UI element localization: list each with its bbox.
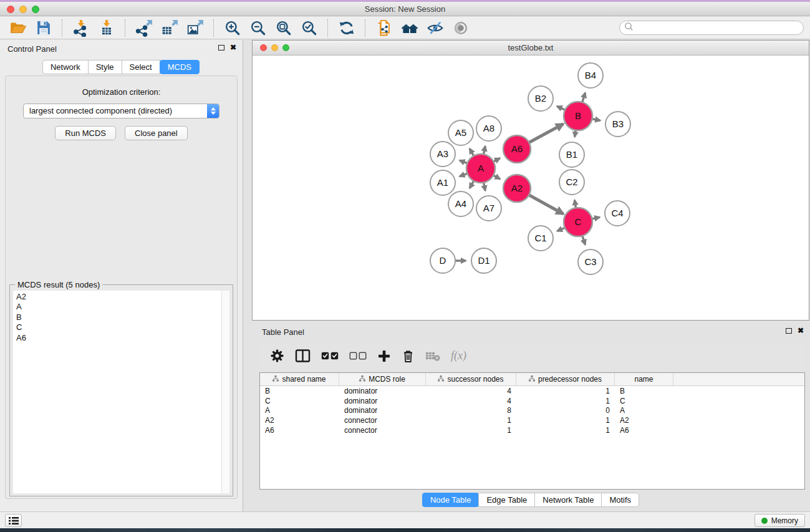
table-row[interactable]: A2connector11A2 xyxy=(260,415,804,425)
table-cell: C xyxy=(260,397,339,405)
create-column-plus-icon[interactable] xyxy=(377,349,391,363)
table-row[interactable]: Adominator80A xyxy=(260,406,804,416)
tab-mcds[interactable]: MCDS xyxy=(160,60,200,74)
node-label-B: B xyxy=(575,110,581,121)
window-titlebar: Session: New Session xyxy=(0,2,810,16)
export-network-icon[interactable] xyxy=(132,18,155,38)
import-table-icon[interactable] xyxy=(95,18,118,38)
toolbar-separator xyxy=(365,19,365,37)
mcds-result-item[interactable]: B xyxy=(13,312,229,322)
column-header-successor-nodes[interactable]: successor nodes xyxy=(426,373,516,385)
zoom-in-icon[interactable] xyxy=(221,18,244,38)
homes-icon[interactable] xyxy=(398,18,421,38)
node-label-C2: C2 xyxy=(566,177,577,187)
node-label-C3: C3 xyxy=(584,256,596,267)
table-settings-gear-icon[interactable] xyxy=(270,349,284,363)
mcds-result-item[interactable]: A2 xyxy=(13,292,229,302)
duplicate-network-icon[interactable] xyxy=(372,18,395,38)
float-panel-icon[interactable] xyxy=(218,45,224,51)
float-table-panel-icon[interactable] xyxy=(786,328,792,334)
table-cell: dominator xyxy=(339,387,426,395)
node-label-C1: C1 xyxy=(534,233,546,243)
column-header-name[interactable]: name xyxy=(615,373,673,385)
memory-button[interactable]: Memory xyxy=(755,514,805,527)
optimization-criterion-label: Optimization criterion: xyxy=(6,87,237,97)
deselect-all-icon[interactable] xyxy=(349,352,367,360)
node-label-B2: B2 xyxy=(535,93,546,104)
table-row[interactable]: Bdominator41B xyxy=(260,386,804,396)
criterion-dropdown-value: largest connected component (directed) xyxy=(29,106,172,115)
column-header-filler xyxy=(673,373,804,385)
tab-edge-table[interactable]: Edge Table xyxy=(478,493,535,507)
eye-icon[interactable] xyxy=(449,18,472,38)
delete-table-icon[interactable] xyxy=(425,351,440,362)
search-input[interactable] xyxy=(634,22,803,34)
zoom-out-icon[interactable] xyxy=(246,18,269,38)
zoom-fit-icon[interactable] xyxy=(272,18,295,38)
dropdown-stepper-icon xyxy=(207,104,219,118)
mcds-result-item[interactable]: A xyxy=(13,302,229,312)
tab-node-table[interactable]: Node Table xyxy=(422,493,480,507)
column-header-predecessor-nodes[interactable]: predecessor nodes xyxy=(516,373,615,385)
table-panel-tabs: Node TableEdge TableNetwork TableMotifs xyxy=(252,493,810,507)
graphics-details-icon[interactable] xyxy=(423,18,446,38)
table-cell: 0 xyxy=(516,406,615,415)
tab-select[interactable]: Select xyxy=(122,60,160,74)
memory-status-icon xyxy=(761,518,768,524)
node-label-B1: B1 xyxy=(566,149,577,160)
save-session-icon[interactable] xyxy=(32,18,55,38)
node-label-A4: A4 xyxy=(455,198,466,209)
network-canvas[interactable]: B4B2BB3A5A8A6B1A3AC2A1A2A4A7C4CC1DD1C3 xyxy=(253,56,809,320)
main-toolbar xyxy=(0,17,810,39)
column-header-shared-name[interactable]: shared name xyxy=(260,373,339,385)
network-window-title: testGlobe.txt xyxy=(253,41,809,56)
table-row[interactable]: A6connector11A6 xyxy=(260,425,804,435)
node-label-B4: B4 xyxy=(585,70,596,80)
control-panel-title: Control Panel xyxy=(7,44,57,54)
shared-column-icon xyxy=(529,375,535,384)
export-table-icon[interactable] xyxy=(158,18,181,38)
table-row[interactable]: Cdominator41C xyxy=(260,396,804,406)
run-mcds-button[interactable]: Run MCDS xyxy=(55,126,116,140)
zoom-selected-icon[interactable] xyxy=(297,18,321,38)
refresh-icon[interactable] xyxy=(335,18,358,38)
column-header-mcds-role[interactable]: MCDS role xyxy=(339,373,426,385)
criterion-dropdown[interactable]: largest connected component (directed) xyxy=(23,104,219,118)
network-window-titlebar[interactable]: testGlobe.txt xyxy=(253,41,809,56)
tab-style[interactable]: Style xyxy=(88,60,122,74)
function-builder-icon[interactable]: f(x) xyxy=(451,349,466,362)
table-cell: 1 xyxy=(516,387,615,395)
tab-network-table[interactable]: Network Table xyxy=(534,493,602,507)
delete-column-trash-icon[interactable] xyxy=(402,349,415,363)
node-label-A6: A6 xyxy=(511,143,523,154)
mcds-result-listbox: A2ABCA6 xyxy=(13,291,229,493)
mcds-result-item[interactable]: A6 xyxy=(13,333,229,343)
toolbar-separator xyxy=(125,19,125,37)
show-column-icon[interactable] xyxy=(295,349,311,363)
node-label-C: C xyxy=(575,216,582,227)
task-history-button[interactable] xyxy=(5,514,22,527)
memory-label: Memory xyxy=(771,516,798,525)
mcds-result-item[interactable]: C xyxy=(13,322,229,332)
table-cell: A2 xyxy=(260,416,339,425)
shared-column-icon xyxy=(272,375,279,384)
network-view-window: testGlobe.txt B4B2BB3A5A8A6B1A3AC2A1A2A4… xyxy=(252,40,809,321)
table-toolbar: f(x) xyxy=(259,342,805,370)
import-network-icon[interactable] xyxy=(69,18,92,38)
search-box xyxy=(619,21,804,35)
select-all-icon[interactable] xyxy=(321,352,339,360)
table-cell: 1 xyxy=(516,426,615,435)
export-image-icon[interactable] xyxy=(183,18,206,38)
table-cell: A xyxy=(615,406,673,415)
close-panel-icon[interactable]: ✖ xyxy=(230,44,236,51)
close-panel-button[interactable]: Close panel xyxy=(125,126,188,140)
node-label-A8: A8 xyxy=(483,123,494,133)
scrollbar-track[interactable] xyxy=(221,291,229,493)
tab-motifs[interactable]: Motifs xyxy=(601,493,639,507)
table-cell: A6 xyxy=(615,426,673,435)
tab-network[interactable]: Network xyxy=(42,60,89,74)
close-table-panel-icon[interactable]: ✖ xyxy=(798,327,804,334)
table-cell: 4 xyxy=(426,387,516,395)
open-session-icon[interactable] xyxy=(6,18,29,38)
table-cell: A6 xyxy=(260,426,339,435)
